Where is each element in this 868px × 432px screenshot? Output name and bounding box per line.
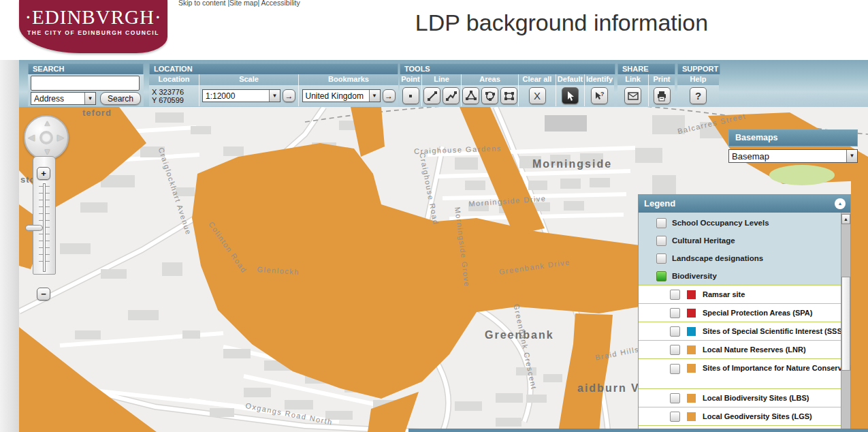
skip-links[interactable]: Skip to content |Site map| Accessibility: [178, 0, 300, 7]
legend-collapse-button[interactable]: ▲: [835, 198, 846, 209]
legend-groups: School Occupancy LevelsCultural Heritage…: [639, 213, 850, 285]
identify-label: Identify: [585, 74, 614, 85]
zoom-out-button[interactable]: −: [37, 288, 50, 300]
tools-section: TOOLS Point Line: [400, 63, 615, 106]
pan-compass[interactable]: ▲ ▼ ◀ ▶: [24, 115, 69, 160]
print-button[interactable]: [654, 87, 671, 104]
chevron-down-icon: ▼: [269, 90, 280, 102]
legend-panel: Legend ▲ School Occupancy LevelsCultural…: [638, 194, 851, 432]
legend-sublayer-row[interactable]: Local Nature Reserves (LNR): [639, 340, 842, 358]
polygon-icon: [466, 91, 477, 102]
clear-x-icon: X: [534, 90, 541, 102]
legend-sublayer-row[interactable]: Special Protection Areas (SPA): [639, 303, 842, 322]
page-title: LDP background information: [378, 10, 745, 36]
line-icon: [427, 91, 438, 102]
bookmarks-select[interactable]: United Kingdom ▼: [302, 89, 381, 102]
chevron-down-icon: ▼: [846, 150, 857, 162]
question-mark-icon: ?: [695, 90, 701, 102]
zoom-in-button[interactable]: +: [37, 167, 50, 180]
draw-polygon-button[interactable]: [462, 87, 479, 104]
legend-sublayer-row[interactable]: Local Biodiversity Sites (LBS): [639, 388, 842, 407]
basemap-select[interactable]: Basemap ▼: [728, 149, 858, 163]
coordinate-y: Y 670599: [152, 96, 184, 104]
scrollbar-thumb[interactable]: [841, 277, 850, 371]
location-coordinates: X 323776 Y 670599: [152, 88, 184, 104]
legend-scrollbar[interactable]: ▲: [841, 213, 850, 432]
legend-sublayer-row[interactable]: Sites of Importance for Nature Conservat…: [639, 358, 842, 388]
legend-sublayer-row[interactable]: Local Geodiversity Sites (LGS): [639, 407, 842, 425]
svg-text:?: ?: [600, 91, 605, 97]
legend-group-row[interactable]: Landscape designations: [639, 249, 850, 267]
checkbox-unchecked[interactable]: [670, 290, 680, 300]
checkbox-checked[interactable]: [656, 271, 666, 281]
plus-icon: +: [41, 168, 46, 179]
search-input[interactable]: [31, 76, 140, 91]
checkbox-unchecked[interactable]: [670, 345, 680, 355]
scroll-up-button[interactable]: ▲: [841, 214, 850, 224]
checkbox-unchecked[interactable]: [670, 326, 680, 337]
search-section: SEARCH Address ▼ Search: [28, 63, 144, 106]
scale-go-button[interactable]: →: [283, 89, 295, 102]
point-label: Point: [400, 74, 421, 85]
checkbox-unchecked[interactable]: [670, 393, 680, 403]
support-section: SUPPORT Help ?: [677, 63, 720, 106]
draw-rectangle-button[interactable]: [500, 87, 517, 104]
pan-up-icon[interactable]: ▲: [43, 118, 52, 128]
checkbox-unchecked[interactable]: [656, 253, 666, 264]
scale-value: 1:12000: [203, 90, 269, 102]
zoom-slider-handle[interactable]: [25, 225, 43, 231]
help-label: Help: [677, 74, 719, 85]
checkbox-unchecked[interactable]: [670, 364, 680, 374]
checkbox-unchecked[interactable]: [656, 236, 666, 246]
legend-sublayer-label: Sites of Special Scientific Interest (SS…: [703, 327, 847, 335]
legend-group-row[interactable]: Biodiversity: [639, 267, 850, 285]
draw-freehand-area-button[interactable]: [481, 87, 498, 104]
layer-color-swatch: [687, 412, 696, 421]
identify-button[interactable]: ?: [591, 87, 608, 104]
checkbox-unchecked[interactable]: [670, 308, 680, 318]
location-section-header: LOCATION: [149, 63, 398, 74]
layer-color-swatch: [687, 394, 696, 403]
search-type-value: Address: [31, 93, 84, 104]
map-canvas[interactable]: tefordstonCraighouse GardensBalcarres St…: [19, 107, 868, 432]
search-button[interactable]: Search: [100, 92, 141, 105]
pan-down-icon[interactable]: ▼: [43, 146, 52, 157]
chevron-down-icon: ▼: [369, 90, 380, 102]
checkbox-unchecked[interactable]: [670, 412, 680, 422]
zoom-slider-track[interactable]: [43, 183, 46, 272]
point-icon: [405, 91, 416, 102]
layer-color-swatch: [687, 290, 696, 299]
minus-icon: −: [41, 289, 46, 299]
print-label: Print: [649, 74, 675, 85]
envelope-icon: [628, 91, 639, 102]
legend-sublayers: Ramsar siteSpecial Protection Areas (SPA…: [639, 285, 842, 432]
clear-all-button[interactable]: X: [529, 87, 546, 104]
draw-point-button[interactable]: [402, 87, 419, 104]
default-tool-button[interactable]: [562, 87, 579, 104]
legend-sublayer-label: Local Nature Reserves (LNR): [703, 345, 806, 354]
legend-group-label: Landscape designations: [672, 254, 763, 262]
logo-wordmark: ·EDINBVRGH·: [19, 6, 167, 29]
legend-sublayer-row[interactable]: Ramsar site: [639, 285, 842, 303]
draw-line-button[interactable]: [423, 87, 440, 104]
help-button[interactable]: ?: [690, 87, 707, 104]
arrow-up-icon: ▲: [843, 217, 848, 221]
legend-sublayer-row[interactable]: Sites of Special Scientific Interest (SS…: [639, 322, 842, 340]
scale-select[interactable]: 1:12000 ▼: [202, 89, 280, 102]
draw-polyline-button[interactable]: [443, 87, 460, 104]
pan-left-icon[interactable]: ◀: [28, 132, 35, 142]
logo-tagline: THE CITY OF EDINBURGH COUNCIL: [19, 29, 167, 36]
legend-group-label: School Occupancy Levels: [672, 219, 769, 227]
legend-sublayer-label: Ramsar site: [703, 290, 745, 298]
bookmarks-label: Bookmarks: [299, 74, 398, 85]
bookmark-go-button[interactable]: →: [383, 89, 396, 102]
council-logo[interactable]: ·EDINBVRGH· THE CITY OF EDINBURGH COUNCI…: [19, 0, 167, 53]
location-label: Location: [149, 74, 199, 85]
legend-group-row[interactable]: Cultural Heritage: [639, 232, 850, 249]
pan-center-icon[interactable]: [39, 131, 53, 144]
pan-right-icon[interactable]: ▶: [57, 132, 64, 142]
legend-group-row[interactable]: School Occupancy Levels: [639, 214, 850, 232]
checkbox-unchecked[interactable]: [656, 218, 666, 228]
search-type-select[interactable]: Address ▼: [31, 92, 96, 105]
share-link-button[interactable]: [624, 87, 641, 104]
